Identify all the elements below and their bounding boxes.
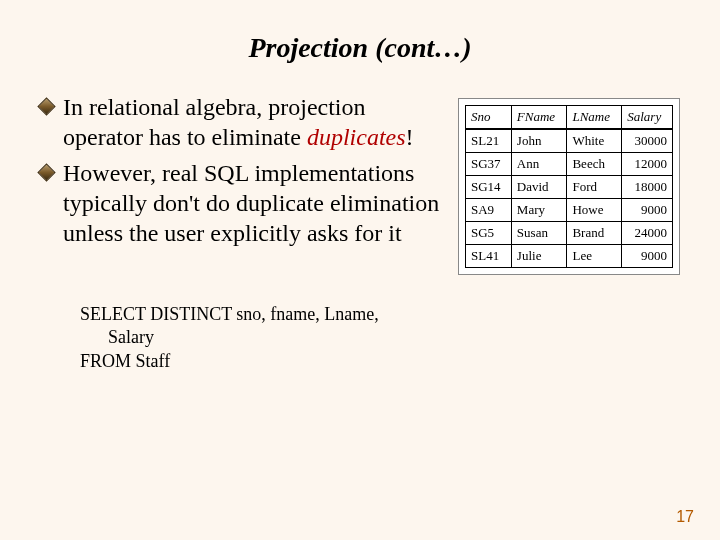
cell: White — [567, 129, 622, 153]
cell: Susan — [511, 222, 567, 245]
cell: Howe — [567, 199, 622, 222]
sql-block: SELECT DISTINCT sno, fname, Lname, Salar… — [80, 303, 680, 373]
col-salary: Salary — [622, 106, 673, 130]
cell: Mary — [511, 199, 567, 222]
cell: John — [511, 129, 567, 153]
cell: SG5 — [466, 222, 512, 245]
cell: 24000 — [622, 222, 673, 245]
bullet-list: In relational algebra, projection operat… — [40, 92, 458, 254]
cell: SG37 — [466, 153, 512, 176]
bullet-item: In relational algebra, projection operat… — [40, 92, 446, 152]
cell: SA9 — [466, 199, 512, 222]
cell: Ford — [567, 176, 622, 199]
slide-title: Projection (cont…) — [40, 32, 680, 64]
cell: 9000 — [622, 199, 673, 222]
bullet-1-post: ! — [406, 124, 414, 150]
table-row: SA9 Mary Howe 9000 — [466, 199, 673, 222]
cell: 30000 — [622, 129, 673, 153]
result-table: Sno FName LName Salary SL21 John White 3… — [465, 105, 673, 268]
sql-line: FROM Staff — [80, 350, 680, 373]
page-number: 17 — [676, 508, 694, 526]
cell: David — [511, 176, 567, 199]
cell: SL21 — [466, 129, 512, 153]
cell: 18000 — [622, 176, 673, 199]
diamond-bullet-icon — [37, 163, 55, 181]
col-lname: LName — [567, 106, 622, 130]
cell: Julie — [511, 245, 567, 268]
result-table-container: Sno FName LName Salary SL21 John White 3… — [458, 98, 680, 275]
cell: Ann — [511, 153, 567, 176]
cell: Brand — [567, 222, 622, 245]
bullet-text: However, real SQL implementations typica… — [63, 158, 446, 248]
table-row: SL41 Julie Lee 9000 — [466, 245, 673, 268]
cell: SG14 — [466, 176, 512, 199]
table-row: SG14 David Ford 18000 — [466, 176, 673, 199]
cell: Lee — [567, 245, 622, 268]
col-sno: Sno — [466, 106, 512, 130]
sql-line: SELECT DISTINCT sno, fname, Lname, — [80, 303, 680, 326]
cell: 12000 — [622, 153, 673, 176]
sql-line: Salary — [80, 326, 680, 349]
col-fname: FName — [511, 106, 567, 130]
bullet-item: However, real SQL implementations typica… — [40, 158, 446, 248]
table-row: SL21 John White 30000 — [466, 129, 673, 153]
diamond-bullet-icon — [37, 97, 55, 115]
bullet-1-emph: duplicates — [307, 124, 406, 150]
cell: Beech — [567, 153, 622, 176]
table-row: SG5 Susan Brand 24000 — [466, 222, 673, 245]
cell: 9000 — [622, 245, 673, 268]
content-row: In relational algebra, projection operat… — [40, 92, 680, 275]
cell: SL41 — [466, 245, 512, 268]
table-row: SG37 Ann Beech 12000 — [466, 153, 673, 176]
table-header-row: Sno FName LName Salary — [466, 106, 673, 130]
bullet-text: In relational algebra, projection operat… — [63, 92, 446, 152]
